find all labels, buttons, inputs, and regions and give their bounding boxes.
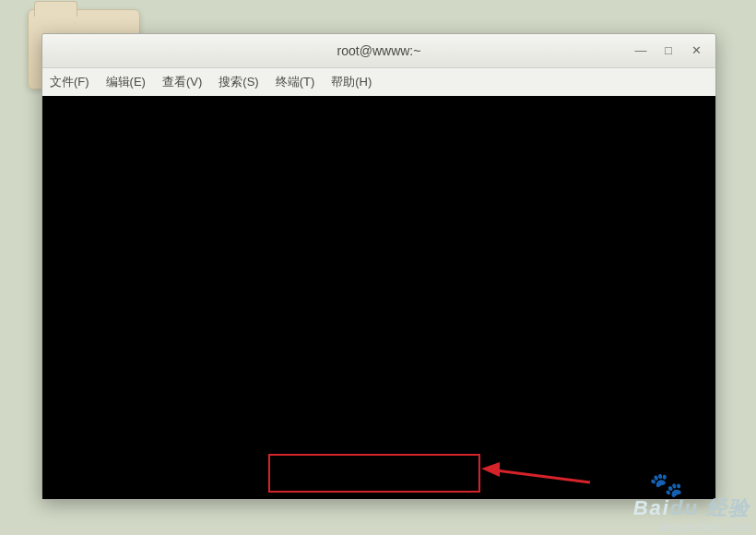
menu-bar: 文件(F) 编辑(E) 查看(V) 搜索(S) 终端(T) 帮助(H)	[42, 68, 715, 97]
menu-search[interactable]: 搜索(S)	[217, 72, 260, 92]
maximize-icon: □	[665, 34, 672, 67]
menu-view[interactable]: 查看(V)	[160, 72, 204, 92]
menu-terminal[interactable]: 终端(T)	[274, 72, 317, 92]
minimize-button[interactable]: —	[627, 34, 655, 67]
window-titlebar[interactable]: root@wwww:~ — □ ✕	[42, 34, 715, 68]
minimize-icon: —	[635, 34, 647, 67]
window-controls: — □ ✕	[627, 34, 710, 67]
menu-help[interactable]: 帮助(H)	[329, 72, 373, 92]
menu-edit[interactable]: 编辑(E)	[104, 72, 148, 92]
terminal-body[interactable]: Cur PV 2 Act PV 2 VG Size 38.99 GiB PE S…	[42, 96, 715, 499]
watermark-paw-icon: 🐾	[647, 467, 684, 503]
watermark: Baidu 经验 jingyan.baidu.com	[633, 494, 750, 533]
menu-file[interactable]: 文件(F)	[48, 72, 91, 92]
terminal-window: root@wwww:~ — □ ✕ 文件(F) 编辑(E) 查看(V) 搜索(S…	[41, 33, 716, 500]
window-title: root@wwww:~	[337, 43, 421, 58]
maximize-button[interactable]: □	[655, 34, 682, 67]
close-icon: ✕	[691, 34, 702, 67]
watermark-url: jingyan.baidu.com	[633, 520, 750, 533]
close-button[interactable]: ✕	[682, 34, 710, 67]
